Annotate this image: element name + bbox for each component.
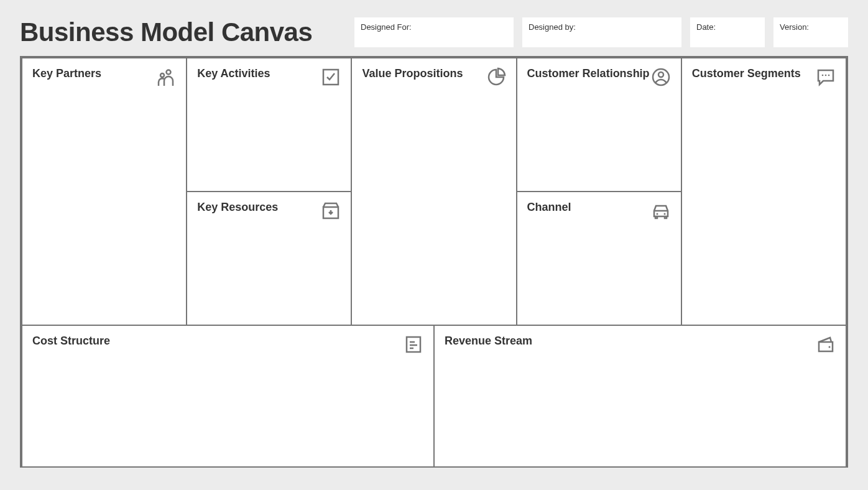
meta-boxes: Designed For: Designed by: Date: Version… (354, 17, 848, 47)
chat-icon (816, 67, 836, 87)
date-field[interactable]: Date: (690, 17, 765, 47)
version-field[interactable]: Version: (773, 17, 848, 47)
svg-point-4 (658, 72, 663, 77)
wallet-icon (816, 335, 836, 354)
key-activities-title: Key Activities (197, 67, 270, 80)
value-propositions-title: Value Propositions (362, 67, 463, 80)
customer-relationship-cell[interactable]: Customer Relationship (517, 58, 681, 192)
svg-point-7 (828, 75, 830, 76)
key-activities-cell[interactable]: Key Activities (187, 58, 351, 192)
revenue-stream-cell[interactable]: Revenue Stream (434, 325, 846, 467)
document-lines-icon (404, 335, 423, 354)
revenue-stream-title: Revenue Stream (445, 335, 532, 348)
value-propositions-cell[interactable]: Value Propositions (351, 58, 516, 325)
key-resources-cell[interactable]: Key Resources (187, 192, 351, 325)
customer-relationship-title: Customer Relationship (527, 67, 650, 80)
car-icon (651, 201, 671, 221)
designed-for-label: Designed For: (361, 22, 507, 32)
customer-segments-cell[interactable]: Customer Segments (681, 58, 846, 325)
key-resources-title: Key Resources (197, 201, 278, 214)
channel-title: Channel (527, 201, 571, 214)
cost-structure-cell[interactable]: Cost Structure (22, 325, 434, 467)
pie-chart-icon (486, 67, 506, 87)
key-partners-title: Key Partners (32, 67, 101, 80)
customer-segments-title: Customer Segments (692, 67, 801, 80)
svg-point-8 (656, 213, 658, 215)
designed-by-label: Designed by: (529, 22, 675, 32)
people-icon (156, 67, 176, 87)
svg-point-11 (829, 346, 831, 348)
svg-point-6 (825, 75, 827, 76)
designed-by-field[interactable]: Designed by: (522, 17, 681, 47)
svg-point-0 (167, 70, 171, 75)
svg-point-5 (822, 75, 824, 76)
channel-cell[interactable]: Channel (517, 192, 681, 325)
page-title: Business Model Canvas (20, 17, 312, 47)
canvas-grid: Key Partners Key Activities (20, 56, 848, 468)
archive-box-icon (321, 201, 341, 221)
checkbox-icon (321, 67, 341, 87)
svg-point-1 (160, 73, 164, 77)
version-label: Version: (780, 22, 842, 32)
designed-for-field[interactable]: Designed For: (354, 17, 514, 47)
person-circle-icon (651, 67, 671, 87)
date-label: Date: (696, 22, 759, 32)
bottom-row: Cost Structure Revenue Stream (22, 325, 846, 467)
svg-point-9 (663, 213, 665, 215)
cost-structure-title: Cost Structure (32, 335, 110, 348)
key-partners-cell[interactable]: Key Partners (22, 58, 187, 325)
header: Business Model Canvas Designed For: Desi… (20, 17, 848, 47)
